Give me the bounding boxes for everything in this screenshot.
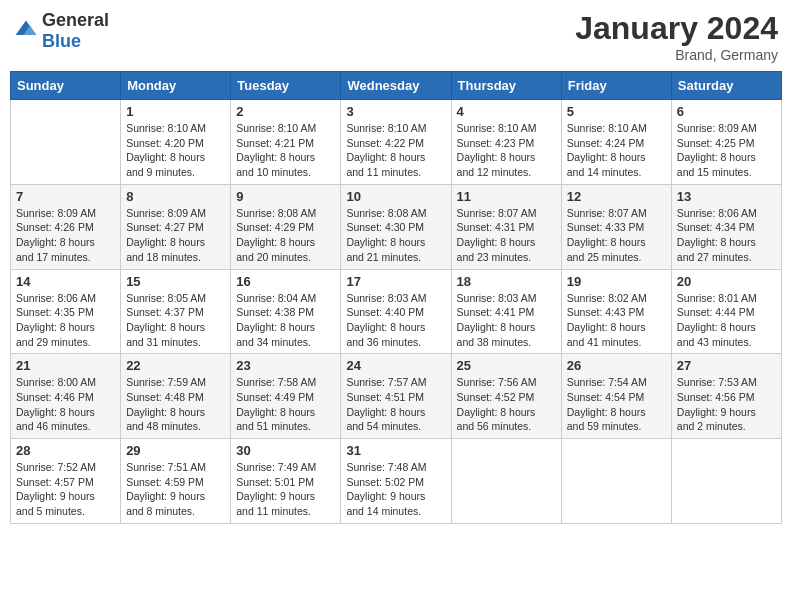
day-number: 28: [16, 443, 115, 458]
logo-icon: [14, 19, 38, 43]
logo-blue: Blue: [42, 31, 81, 51]
calendar-cell: [11, 100, 121, 185]
calendar-cell: 4Sunrise: 8:10 AMSunset: 4:23 PMDaylight…: [451, 100, 561, 185]
calendar-cell: 7Sunrise: 8:09 AMSunset: 4:26 PMDaylight…: [11, 184, 121, 269]
calendar-cell: 27Sunrise: 7:53 AMSunset: 4:56 PMDayligh…: [671, 354, 781, 439]
month-title: January 2024: [575, 10, 778, 47]
day-info: Sunrise: 8:00 AMSunset: 4:46 PMDaylight:…: [16, 375, 115, 434]
day-number: 21: [16, 358, 115, 373]
page-header: General Blue January 2024 Brand, Germany: [10, 10, 782, 63]
calendar-cell: 26Sunrise: 7:54 AMSunset: 4:54 PMDayligh…: [561, 354, 671, 439]
day-info: Sunrise: 7:53 AMSunset: 4:56 PMDaylight:…: [677, 375, 776, 434]
day-number: 25: [457, 358, 556, 373]
day-info: Sunrise: 7:58 AMSunset: 4:49 PMDaylight:…: [236, 375, 335, 434]
day-number: 20: [677, 274, 776, 289]
calendar-week-row: 14Sunrise: 8:06 AMSunset: 4:35 PMDayligh…: [11, 269, 782, 354]
calendar-week-row: 21Sunrise: 8:00 AMSunset: 4:46 PMDayligh…: [11, 354, 782, 439]
day-number: 19: [567, 274, 666, 289]
day-number: 26: [567, 358, 666, 373]
calendar-cell: 20Sunrise: 8:01 AMSunset: 4:44 PMDayligh…: [671, 269, 781, 354]
day-info: Sunrise: 8:08 AMSunset: 4:30 PMDaylight:…: [346, 206, 445, 265]
calendar-cell: 28Sunrise: 7:52 AMSunset: 4:57 PMDayligh…: [11, 439, 121, 524]
day-number: 17: [346, 274, 445, 289]
day-info: Sunrise: 8:07 AMSunset: 4:33 PMDaylight:…: [567, 206, 666, 265]
calendar-cell: 24Sunrise: 7:57 AMSunset: 4:51 PMDayligh…: [341, 354, 451, 439]
day-number: 11: [457, 189, 556, 204]
day-number: 14: [16, 274, 115, 289]
day-number: 24: [346, 358, 445, 373]
calendar-cell: [671, 439, 781, 524]
logo-general: General: [42, 10, 109, 30]
calendar-cell: 22Sunrise: 7:59 AMSunset: 4:48 PMDayligh…: [121, 354, 231, 439]
day-info: Sunrise: 8:04 AMSunset: 4:38 PMDaylight:…: [236, 291, 335, 350]
calendar-cell: 14Sunrise: 8:06 AMSunset: 4:35 PMDayligh…: [11, 269, 121, 354]
calendar-cell: 9Sunrise: 8:08 AMSunset: 4:29 PMDaylight…: [231, 184, 341, 269]
day-info: Sunrise: 8:10 AMSunset: 4:24 PMDaylight:…: [567, 121, 666, 180]
day-info: Sunrise: 8:05 AMSunset: 4:37 PMDaylight:…: [126, 291, 225, 350]
day-info: Sunrise: 7:59 AMSunset: 4:48 PMDaylight:…: [126, 375, 225, 434]
location: Brand, Germany: [575, 47, 778, 63]
day-info: Sunrise: 8:10 AMSunset: 4:20 PMDaylight:…: [126, 121, 225, 180]
calendar-cell: 17Sunrise: 8:03 AMSunset: 4:40 PMDayligh…: [341, 269, 451, 354]
calendar-cell: 18Sunrise: 8:03 AMSunset: 4:41 PMDayligh…: [451, 269, 561, 354]
calendar-table: SundayMondayTuesdayWednesdayThursdayFrid…: [10, 71, 782, 524]
day-number: 8: [126, 189, 225, 204]
day-number: 7: [16, 189, 115, 204]
weekday-header: Sunday: [11, 72, 121, 100]
day-number: 29: [126, 443, 225, 458]
calendar-cell: 21Sunrise: 8:00 AMSunset: 4:46 PMDayligh…: [11, 354, 121, 439]
calendar-cell: 31Sunrise: 7:48 AMSunset: 5:02 PMDayligh…: [341, 439, 451, 524]
calendar-cell: 6Sunrise: 8:09 AMSunset: 4:25 PMDaylight…: [671, 100, 781, 185]
day-info: Sunrise: 8:10 AMSunset: 4:22 PMDaylight:…: [346, 121, 445, 180]
day-number: 2: [236, 104, 335, 119]
calendar-cell: 23Sunrise: 7:58 AMSunset: 4:49 PMDayligh…: [231, 354, 341, 439]
calendar-cell: 30Sunrise: 7:49 AMSunset: 5:01 PMDayligh…: [231, 439, 341, 524]
calendar-cell: 11Sunrise: 8:07 AMSunset: 4:31 PMDayligh…: [451, 184, 561, 269]
weekday-header: Tuesday: [231, 72, 341, 100]
day-number: 5: [567, 104, 666, 119]
calendar-week-row: 1Sunrise: 8:10 AMSunset: 4:20 PMDaylight…: [11, 100, 782, 185]
calendar-cell: [451, 439, 561, 524]
calendar-header-row: SundayMondayTuesdayWednesdayThursdayFrid…: [11, 72, 782, 100]
calendar-week-row: 28Sunrise: 7:52 AMSunset: 4:57 PMDayligh…: [11, 439, 782, 524]
day-info: Sunrise: 7:56 AMSunset: 4:52 PMDaylight:…: [457, 375, 556, 434]
day-info: Sunrise: 7:52 AMSunset: 4:57 PMDaylight:…: [16, 460, 115, 519]
day-info: Sunrise: 8:01 AMSunset: 4:44 PMDaylight:…: [677, 291, 776, 350]
title-section: January 2024 Brand, Germany: [575, 10, 778, 63]
calendar-cell: 1Sunrise: 8:10 AMSunset: 4:20 PMDaylight…: [121, 100, 231, 185]
calendar-cell: 12Sunrise: 8:07 AMSunset: 4:33 PMDayligh…: [561, 184, 671, 269]
day-number: 1: [126, 104, 225, 119]
calendar-week-row: 7Sunrise: 8:09 AMSunset: 4:26 PMDaylight…: [11, 184, 782, 269]
calendar-cell: 15Sunrise: 8:05 AMSunset: 4:37 PMDayligh…: [121, 269, 231, 354]
day-info: Sunrise: 7:57 AMSunset: 4:51 PMDaylight:…: [346, 375, 445, 434]
day-info: Sunrise: 8:08 AMSunset: 4:29 PMDaylight:…: [236, 206, 335, 265]
calendar-cell: 19Sunrise: 8:02 AMSunset: 4:43 PMDayligh…: [561, 269, 671, 354]
day-number: 10: [346, 189, 445, 204]
calendar-cell: 16Sunrise: 8:04 AMSunset: 4:38 PMDayligh…: [231, 269, 341, 354]
day-info: Sunrise: 8:10 AMSunset: 4:21 PMDaylight:…: [236, 121, 335, 180]
day-info: Sunrise: 8:07 AMSunset: 4:31 PMDaylight:…: [457, 206, 556, 265]
weekday-header: Friday: [561, 72, 671, 100]
day-info: Sunrise: 8:02 AMSunset: 4:43 PMDaylight:…: [567, 291, 666, 350]
calendar-cell: 2Sunrise: 8:10 AMSunset: 4:21 PMDaylight…: [231, 100, 341, 185]
day-number: 27: [677, 358, 776, 373]
calendar-cell: [561, 439, 671, 524]
day-number: 6: [677, 104, 776, 119]
day-info: Sunrise: 7:51 AMSunset: 4:59 PMDaylight:…: [126, 460, 225, 519]
logo: General Blue: [14, 10, 109, 52]
calendar-cell: 10Sunrise: 8:08 AMSunset: 4:30 PMDayligh…: [341, 184, 451, 269]
day-info: Sunrise: 7:49 AMSunset: 5:01 PMDaylight:…: [236, 460, 335, 519]
day-number: 18: [457, 274, 556, 289]
day-info: Sunrise: 8:09 AMSunset: 4:25 PMDaylight:…: [677, 121, 776, 180]
day-number: 15: [126, 274, 225, 289]
day-number: 3: [346, 104, 445, 119]
weekday-header: Wednesday: [341, 72, 451, 100]
day-number: 31: [346, 443, 445, 458]
day-number: 12: [567, 189, 666, 204]
day-number: 22: [126, 358, 225, 373]
day-number: 30: [236, 443, 335, 458]
day-info: Sunrise: 7:48 AMSunset: 5:02 PMDaylight:…: [346, 460, 445, 519]
calendar-cell: 3Sunrise: 8:10 AMSunset: 4:22 PMDaylight…: [341, 100, 451, 185]
day-info: Sunrise: 7:54 AMSunset: 4:54 PMDaylight:…: [567, 375, 666, 434]
weekday-header: Saturday: [671, 72, 781, 100]
